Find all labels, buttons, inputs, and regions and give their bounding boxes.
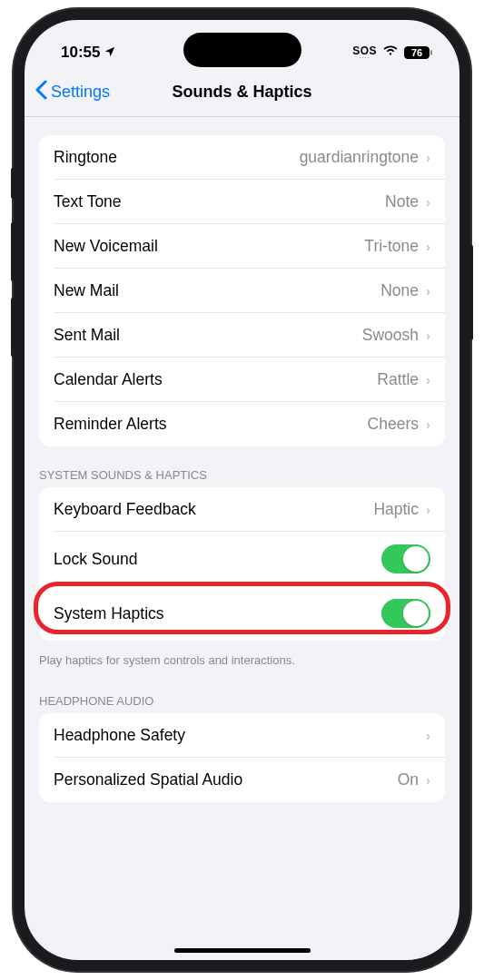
mute-switch [11, 168, 15, 199]
row-system-haptics: System Haptics [39, 586, 445, 641]
row-keyboard-feedback[interactable]: Keyboard Feedback Haptic › [39, 487, 445, 532]
row-new-voicemail[interactable]: New Voicemail Tri-tone › [39, 224, 445, 269]
row-value: Tri-tone [364, 237, 419, 256]
status-time-area: 10:55 [61, 44, 116, 62]
system-section-header: SYSTEM SOUNDS & HAPTICS [25, 463, 459, 487]
row-sent-mail[interactable]: Sent Mail Swoosh › [39, 313, 445, 358]
row-value: Note [385, 192, 419, 211]
chevron-right-icon: › [426, 194, 430, 210]
battery-indicator: 76 [404, 46, 432, 59]
wifi-icon [382, 44, 399, 61]
row-text-tone[interactable]: Text Tone Note › [39, 180, 445, 224]
back-label: Settings [51, 83, 110, 102]
row-calendar-alerts[interactable]: Calendar Alerts Rattle › [39, 358, 445, 402]
content-area[interactable]: Ringtone guardianringtone › Text Tone No… [25, 117, 459, 956]
row-value: Cheers [368, 415, 419, 434]
system-haptics-toggle[interactable] [381, 599, 430, 628]
row-value: Rattle [377, 370, 419, 389]
home-indicator[interactable] [174, 948, 311, 953]
row-value: Haptic [373, 500, 419, 519]
chevron-right-icon: › [426, 328, 430, 343]
back-button[interactable]: Settings [35, 80, 110, 103]
row-value: None [380, 281, 419, 300]
row-label: Ringtone [54, 148, 117, 167]
volume-down-button [11, 298, 15, 357]
power-button [469, 245, 473, 340]
status-right: SOS ···· 76 [352, 44, 432, 61]
chevron-right-icon: › [426, 372, 430, 387]
nav-bar: Settings Sounds & Haptics [25, 71, 459, 117]
chevron-right-icon: › [426, 150, 430, 165]
row-label: Calendar Alerts [54, 370, 163, 389]
chevron-right-icon: › [426, 502, 430, 517]
row-value: On [398, 770, 419, 789]
row-reminder-alerts[interactable]: Reminder Alerts Cheers › [39, 402, 445, 446]
screen: 10:55 SOS ···· 76 [25, 20, 459, 960]
chevron-right-icon: › [426, 239, 430, 254]
row-label: New Mail [54, 281, 119, 300]
row-lock-sound: Lock Sound [39, 532, 445, 586]
location-icon [104, 45, 116, 61]
sounds-group: Ringtone guardianringtone › Text Tone No… [39, 135, 445, 446]
chevron-left-icon [35, 80, 47, 103]
status-time: 10:55 [61, 44, 100, 62]
dynamic-island [183, 33, 301, 67]
row-new-mail[interactable]: New Mail None › [39, 269, 445, 313]
system-section-footer: Play haptics for system controls and int… [25, 648, 459, 672]
row-headphone-safety[interactable]: Headphone Safety › [39, 713, 445, 758]
row-label: New Voicemail [54, 237, 158, 256]
row-label: Keyboard Feedback [54, 500, 196, 519]
page-title: Sounds & Haptics [172, 83, 311, 102]
lock-sound-toggle[interactable] [381, 544, 430, 573]
system-group: Keyboard Feedback Haptic › Lock Sound [39, 487, 445, 641]
row-ringtone[interactable]: Ringtone guardianringtone › [39, 135, 445, 180]
row-label: Lock Sound [54, 550, 137, 569]
row-label: Reminder Alerts [54, 415, 167, 434]
chevron-right-icon: › [426, 416, 430, 432]
row-spatial-audio[interactable]: Personalized Spatial Audio On › [39, 758, 445, 802]
volume-up-button [11, 222, 15, 281]
chevron-right-icon: › [426, 728, 430, 743]
row-value: Swoosh [362, 326, 419, 345]
row-label: Sent Mail [54, 326, 120, 345]
chevron-right-icon: › [426, 772, 430, 788]
row-label: Headphone Safety [54, 726, 185, 745]
row-label: System Haptics [54, 604, 164, 623]
headphone-section-header: HEADPHONE AUDIO [25, 689, 459, 713]
phone-frame: 10:55 SOS ···· 76 [14, 9, 470, 971]
chevron-right-icon: › [426, 283, 430, 299]
row-label: Text Tone [54, 192, 122, 211]
row-label: Personalized Spatial Audio [54, 770, 242, 789]
sos-indicator: SOS ···· [352, 45, 377, 60]
headphone-group: Headphone Safety › Personalized Spatial … [39, 713, 445, 802]
row-value: guardianringtone [300, 148, 419, 167]
